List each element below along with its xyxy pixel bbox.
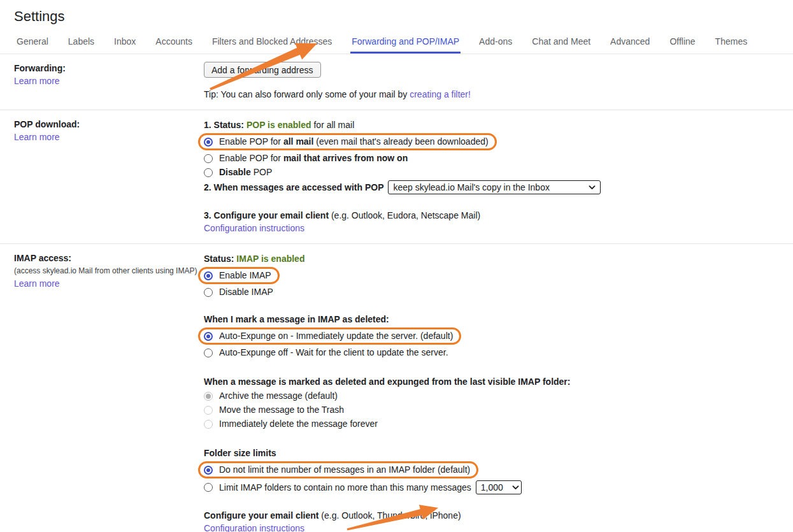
imap-option-row: Enable IMAP <box>204 267 793 284</box>
pop-all-mail-highlight: Enable POP for all mail (even mail that'… <box>198 133 497 150</box>
option-label: Enable IMAP <box>219 270 271 282</box>
pop-access-selected-value: keep skylead.io Mail's copy in the Inbox <box>393 182 549 194</box>
imap-option-row: Auto-Expunge on - Immediately update the… <box>204 327 793 345</box>
imap-learn-more-link[interactable]: Learn more <box>14 277 60 290</box>
radio-enable-imap[interactable] <box>204 271 213 280</box>
tab-advanced[interactable]: Advanced <box>609 30 651 54</box>
pop-access-row: 2. When messages are accessed with POP k… <box>204 180 793 194</box>
add-forwarding-address-button[interactable]: Add a forwarding address <box>204 62 321 78</box>
pop-access-select[interactable]: keep skylead.io Mail's copy in the Inbox <box>388 180 601 194</box>
option-label: Auto-Expunge on - Immediately update the… <box>219 330 453 342</box>
imap-option-row: Limit IMAP folders to contain no more th… <box>204 480 793 494</box>
imap-status-prefix: Status: <box>204 254 236 264</box>
pop-status-suffix: for all mail <box>311 120 355 130</box>
radio-delete-forever <box>204 420 213 429</box>
pop-option-row: Enable POP for mail that arrives from no… <box>204 152 793 164</box>
radio-enable-pop-all-mail[interactable] <box>204 138 213 147</box>
option-label: Auto-Expunge off - Wait for the client t… <box>219 347 448 359</box>
radio-archive-message <box>204 392 213 401</box>
radio-disable-imap[interactable] <box>204 288 213 297</box>
radio-do-not-limit-folder[interactable] <box>204 466 213 475</box>
imap-access-label: IMAP access: <box>14 252 203 264</box>
settings-tab-bar: General Labels Inbox Accounts Filters an… <box>0 30 793 54</box>
imap-option-row: Move the message to the Trash <box>204 404 793 416</box>
pop-status-line: 1. Status: POP is enabled for all mail <box>204 119 793 131</box>
creating-a-filter-link[interactable]: creating a filter! <box>410 88 471 101</box>
pop-configure-rest: (e.g. Outlook, Eudora, Netscape Mail) <box>329 210 480 220</box>
tab-general[interactable]: General <box>15 30 50 54</box>
option-label: Limit IMAP folders to contain no more th… <box>219 482 471 494</box>
folder-limit-selected-value: 1,000 <box>481 482 503 494</box>
chevron-down-icon <box>589 185 596 190</box>
imap-configuration-instructions-link[interactable]: Configuration instructions <box>204 522 304 532</box>
pop-status-value: POP is enabled <box>246 120 311 130</box>
pop-configure-bold: 3. Configure your email client <box>204 210 329 220</box>
forwarding-tip: Tip: You can also forward only some of y… <box>204 88 793 101</box>
imap-configure-rest: (e.g. Outlook, Thunderbird, iPhone) <box>318 510 461 521</box>
tab-add-ons[interactable]: Add-ons <box>478 30 513 54</box>
folder-limit-select[interactable]: 1,000 <box>476 480 522 494</box>
pop-configure-line: 3. Configure your email client (e.g. Out… <box>204 209 793 222</box>
tab-inbox[interactable]: Inbox <box>113 30 137 54</box>
forwarding-learn-more-link[interactable]: Learn more <box>14 75 60 87</box>
option-label: Disable POP <box>219 166 272 178</box>
option-label: Do not limit the number of messages in a… <box>219 464 470 476</box>
imap-deleted-heading: When I mark a message in IMAP as deleted… <box>204 313 793 326</box>
tab-labels[interactable]: Labels <box>67 30 96 54</box>
tab-accounts[interactable]: Accounts <box>154 30 194 54</box>
option-label: Archive the message (default) <box>219 390 338 402</box>
imap-access-sublabel: (access skylead.io Mail from other clien… <box>14 264 203 277</box>
radio-enable-pop-from-now-on[interactable] <box>204 154 213 163</box>
radio-disable-pop[interactable] <box>204 168 213 177</box>
forwarding-label: Forwarding: <box>14 62 203 75</box>
radio-limit-imap-folders[interactable] <box>204 483 213 492</box>
imap-status-line: Status: IMAP is enabled <box>204 252 793 265</box>
folder-size-limits-heading: Folder size limits <box>204 447 793 459</box>
tab-themes[interactable]: Themes <box>714 30 749 54</box>
tab-filters-and-blocked-addresses[interactable]: Filters and Blocked Addresses <box>211 30 333 54</box>
radio-move-to-trash <box>204 406 213 415</box>
imap-option-row: Immediately delete the message forever <box>204 418 793 430</box>
tab-chat-and-meet[interactable]: Chat and Meet <box>531 30 592 54</box>
imap-status-value: IMAP is enabled <box>236 254 304 264</box>
tab-forwarding-and-pop-imap[interactable]: Forwarding and POP/IMAP <box>350 30 461 54</box>
pop-status-prefix: 1. Status: <box>204 120 246 130</box>
option-label: Move the message to the Trash <box>219 404 344 416</box>
option-label: Disable IMAP <box>219 286 273 298</box>
pop-download-section: POP download: Learn more 1. Status: POP … <box>0 110 793 244</box>
imap-configure-bold: Configure your email client <box>204 510 318 521</box>
forwarding-section: Forwarding: Learn more Add a forwarding … <box>0 54 793 110</box>
auto-expunge-on-highlight: Auto-Expunge on - Immediately update the… <box>198 327 461 345</box>
option-label: Immediately delete the message forever <box>219 418 378 430</box>
tab-offline[interactable]: Offline <box>668 30 696 54</box>
imap-access-section: IMAP access: (access skylead.io Mail fro… <box>0 244 793 532</box>
pop-option-row: Enable POP for all mail (even mail that'… <box>204 133 793 150</box>
chevron-down-icon <box>512 485 519 490</box>
pop-learn-more-link[interactable]: Learn more <box>14 131 60 143</box>
page-title: Settings <box>0 0 793 26</box>
no-limit-highlight: Do not limit the number of messages in a… <box>198 461 478 478</box>
radio-auto-expunge-off[interactable] <box>204 349 213 357</box>
pop-option-row: Disable POP <box>204 166 793 178</box>
enable-imap-highlight: Enable IMAP <box>198 267 280 284</box>
forwarding-tip-text: Tip: You can also forward only some of y… <box>204 89 410 99</box>
imap-option-row: Auto-Expunge off - Wait for the client t… <box>204 347 793 359</box>
imap-option-row: Do not limit the number of messages in a… <box>204 461 793 478</box>
imap-option-row: Disable IMAP <box>204 286 793 298</box>
imap-expunged-heading: When a message is marked as deleted and … <box>204 375 793 388</box>
imap-configure-line: Configure your email client (e.g. Outloo… <box>204 509 793 522</box>
pop-access-label: 2. When messages are accessed with POP <box>204 182 383 194</box>
option-label: Enable POP for mail that arrives from no… <box>219 152 408 164</box>
pop-download-label: POP download: <box>14 118 203 131</box>
pop-configuration-instructions-link[interactable]: Configuration instructions <box>204 222 304 234</box>
radio-auto-expunge-on[interactable] <box>204 332 213 341</box>
option-label: Enable POP for all mail (even mail that'… <box>219 136 489 148</box>
imap-option-row: Archive the message (default) <box>204 390 793 402</box>
